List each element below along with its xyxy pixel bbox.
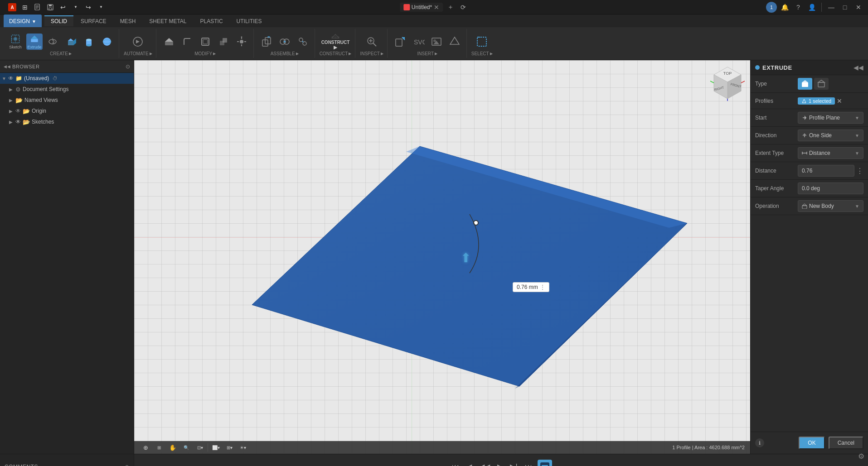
playback-next-btn[interactable]: ▶| [508, 461, 519, 466]
orbit-icon[interactable]: ⊕ [140, 442, 151, 452]
playback-start-btn[interactable]: ⏮ [450, 461, 461, 466]
zoom-fit-icon[interactable]: ⊡▾ [194, 442, 206, 452]
pan-grid-icon[interactable]: ⊞ [153, 442, 165, 452]
expand-arrow-sketches[interactable]: ▶ [9, 120, 14, 125]
insert-canvas-icon[interactable] [428, 34, 445, 50]
type-surface-btn[interactable] [814, 78, 829, 90]
visibility-eye-icon[interactable]: 👁 [8, 75, 14, 82]
comments-pin-icon[interactable]: ⊙ [125, 464, 129, 466]
new-component-icon[interactable] [258, 34, 275, 50]
shell-icon[interactable] [197, 34, 213, 50]
sketch-icon[interactable]: Sketch [6, 34, 24, 50]
history-icon[interactable]: ⏱ [53, 76, 58, 81]
start-dropdown[interactable]: Profile Plane ▼ [798, 112, 863, 124]
fillet-icon[interactable] [179, 34, 195, 50]
cancel-button[interactable]: Cancel [829, 437, 863, 449]
construct-main-icon[interactable]: CONSTRUCT ▶ [324, 34, 347, 50]
joint-icon[interactable] [276, 34, 293, 50]
tab-utilities[interactable]: UTILITIES [230, 15, 268, 26]
close-btn[interactable]: ✕ [853, 1, 864, 13]
tab-mesh[interactable]: MESH [114, 15, 142, 26]
undo-icon[interactable]: ↩ [58, 2, 68, 12]
combine-icon[interactable] [215, 34, 232, 50]
assemble-label[interactable]: ASSEMBLE ▶ [271, 51, 299, 57]
automate-label[interactable]: AUTOMATE ▶ [124, 51, 152, 57]
help-icon[interactable]: ? [792, 1, 804, 13]
playback-prev-btn[interactable]: ◀ [465, 461, 474, 466]
ok-button[interactable]: OK [799, 437, 824, 449]
pan-icon[interactable]: ✋ [167, 442, 179, 452]
operation-dropdown[interactable]: New Body ▼ [798, 200, 863, 212]
settings-btn[interactable]: ⚙ [858, 452, 864, 461]
tab-close-btn[interactable]: ✕ [434, 4, 439, 11]
insert-label[interactable]: INSERT ▶ [417, 51, 438, 57]
file-menu-icon[interactable] [33, 2, 43, 12]
new-tab-icon[interactable]: ＋ [446, 2, 456, 12]
expand-arrow-views[interactable]: ▶ [9, 98, 14, 103]
insert-svg-icon[interactable]: SVG [410, 34, 427, 50]
save-icon[interactable] [45, 2, 55, 12]
tab-sheet-metal[interactable]: SHEET METAL [143, 15, 193, 26]
select-label[interactable]: SELECT ▶ [471, 51, 493, 57]
user-badge[interactable]: 1 [766, 2, 777, 13]
create-label[interactable]: CREATE ▶ [50, 51, 72, 57]
undo-dropdown-icon[interactable]: ▼ [71, 2, 81, 12]
insert-derive-icon[interactable] [392, 34, 408, 50]
browser-item-origin[interactable]: ▶ 👁 📂 Origin [0, 106, 134, 116]
redo-icon[interactable]: ↪ [83, 2, 93, 12]
expand-arrow[interactable]: ▼ [2, 76, 6, 81]
cylinder-icon[interactable] [81, 34, 97, 50]
browser-item-doc-settings[interactable]: ▶ ⚙ Document Settings [0, 84, 134, 95]
minimize-btn[interactable]: — [825, 1, 837, 13]
dim-options-icon[interactable]: ⋮ [540, 284, 545, 290]
box-icon[interactable] [63, 34, 79, 50]
viewport[interactable]: ⬆ 0.76 mm ⋮ TOP FRONT RI [134, 60, 750, 454]
grid-menu-icon[interactable]: ⊞ [20, 2, 30, 12]
tab-solid[interactable]: SOLID [44, 15, 73, 26]
viewcube[interactable]: TOP FRONT RIGHT Z X Y [709, 65, 746, 101]
zoom-icon[interactable]: 🔍 [180, 442, 192, 452]
notification-icon[interactable]: 🔔 [779, 1, 790, 13]
automate-icon[interactable] [130, 34, 146, 50]
design-btn[interactable]: DESIGN ▼ [4, 14, 42, 27]
browser-item-named-views[interactable]: ▶ 📂 Named Views [0, 95, 134, 106]
origin-eye-icon[interactable]: 👁 [15, 108, 21, 114]
account-icon[interactable]: 👤 [806, 1, 818, 13]
dimension-tooltip[interactable]: 0.76 mm ⋮ [513, 282, 549, 292]
direction-dropdown[interactable]: One Side ▼ [798, 130, 863, 141]
select-box-icon[interactable] [474, 34, 490, 50]
refresh-icon[interactable]: ⟳ [458, 2, 468, 12]
as-built-icon[interactable] [295, 34, 311, 50]
distance-expand-btn[interactable]: ⋮ [856, 167, 863, 175]
inspect-label[interactable]: INSPECT ▶ [360, 51, 383, 57]
sketches-eye-icon[interactable]: 👁 [15, 119, 21, 125]
distance-input[interactable] [802, 168, 850, 174]
modify-label[interactable]: MODIFY ▶ [194, 51, 216, 57]
info-btn[interactable]: ℹ [755, 438, 764, 447]
revolve-icon[interactable] [44, 34, 61, 50]
construct-label[interactable]: CONSTRUCT ▶ [320, 51, 352, 57]
sphere-icon[interactable] [99, 34, 115, 50]
browser-pin-icon[interactable]: ⊙ [126, 63, 130, 70]
tab-surface[interactable]: SURFACE [74, 15, 113, 26]
maximize-btn[interactable]: □ [839, 1, 851, 13]
press-pull-icon[interactable] [161, 34, 177, 50]
extrude-collapse-btn[interactable]: ◀◀ [853, 64, 863, 71]
playback-rewind-btn[interactable]: ◀◀ [477, 461, 492, 466]
insert-decal-icon[interactable] [446, 34, 463, 50]
expand-arrow-origin[interactable]: ▶ [9, 109, 14, 114]
playback-end-btn[interactable]: ⏭ [523, 461, 534, 466]
environment-icon[interactable]: ☀▾ [237, 442, 249, 452]
expand-arrow-doc[interactable]: ▶ [9, 87, 14, 92]
grid-display-icon[interactable]: ⊞▾ [223, 442, 235, 452]
tab-plastic[interactable]: PLASTIC [194, 15, 229, 26]
browser-item-sketches[interactable]: ▶ 👁 📂 Sketches [0, 116, 134, 127]
type-solid-btn[interactable] [798, 78, 812, 90]
extrude-ribbon-icon[interactable]: Extrude [26, 34, 43, 50]
extent-type-dropdown[interactable]: Distance ▼ [798, 147, 863, 159]
inspect-icon[interactable] [364, 34, 380, 50]
timeline-thumb[interactable] [538, 460, 552, 466]
profiles-clear-btn[interactable]: ✕ [837, 97, 842, 105]
browser-item-root[interactable]: ▼ 👁 📁 (Unsaved) ⏱ [0, 73, 134, 84]
playback-play-btn[interactable]: ▶ [495, 461, 504, 466]
